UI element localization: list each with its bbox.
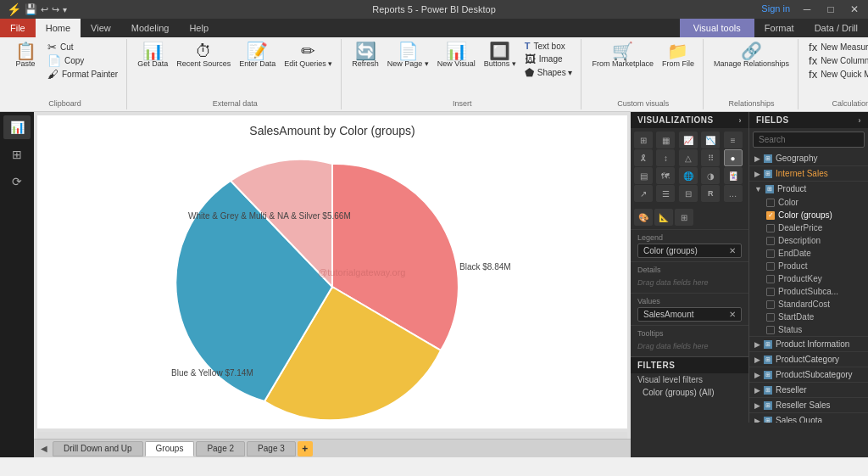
field-start-date[interactable]: StartDate (749, 311, 868, 323)
new-measure-button[interactable]: fx New Measure (805, 41, 868, 53)
enter-data-button[interactable]: 📝 Enter Data (236, 41, 279, 70)
viz-icon-pie[interactable]: ● (724, 149, 743, 166)
viz-format-icon[interactable]: 🎨 (634, 209, 653, 226)
close-btn[interactable]: ✕ (848, 3, 861, 15)
format-painter-button[interactable]: 🖌 Format Painter (44, 68, 121, 81)
viz-icon-card[interactable]: 🃏 (724, 167, 743, 184)
viz-fields-icon[interactable]: ⊞ (675, 209, 693, 226)
signin-link[interactable]: Sign in (761, 3, 790, 15)
viz-icon-table[interactable]: ⊞ (634, 132, 653, 148)
tab-drill-down[interactable]: Drill Down and Up (53, 441, 143, 456)
section-geography-header[interactable]: ▶ ⊞ Geography (749, 151, 868, 165)
status-checkbox[interactable] (766, 326, 775, 334)
field-standard-cost[interactable]: StandardCost (749, 298, 868, 311)
product-key-checkbox[interactable] (766, 275, 775, 283)
tab-home[interactable]: Home (36, 19, 81, 37)
viz-icon-treemap[interactable]: ▤ (634, 167, 653, 184)
tab-format[interactable]: Format (754, 19, 804, 37)
viz-icon-waterfall[interactable]: ↕ (656, 149, 675, 166)
copy-button[interactable]: 📄 Copy (44, 54, 121, 67)
new-page-button[interactable]: 📄 New Page ▾ (384, 41, 432, 70)
end-date-checkbox[interactable] (766, 249, 775, 258)
field-dealer-price[interactable]: DealerPrice (749, 221, 868, 234)
quick-access-more[interactable]: ▾ (63, 5, 67, 14)
refresh-button[interactable]: 🔄 Refresh (348, 41, 382, 70)
shapes-button[interactable]: ⬟ Shapes ▾ (521, 66, 576, 79)
viz-icon-funnel[interactable]: △ (679, 149, 698, 166)
viz-expand-icon[interactable]: › (739, 116, 743, 125)
left-icon-data[interactable]: ⊞ (3, 143, 31, 166)
start-date-checkbox[interactable] (766, 313, 775, 322)
minimize-btn[interactable]: ─ (800, 3, 814, 15)
viz-icon-kpi[interactable]: ↗ (634, 185, 653, 202)
dealer-price-checkbox[interactable] (766, 224, 775, 232)
color-checkbox[interactable] (766, 199, 775, 207)
section-reseller-header[interactable]: ▶ ⊞ Reseller (749, 383, 868, 397)
tab-file[interactable]: File (0, 19, 36, 37)
filter-color-groups[interactable]: Color (groups) (All) (631, 386, 748, 399)
tab-view[interactable]: View (81, 19, 121, 37)
viz-icon-line[interactable]: 📈 (679, 132, 698, 148)
values-remove-icon[interactable]: ✕ (729, 310, 736, 319)
field-color[interactable]: Color (749, 196, 868, 209)
horizontal-scrollbar[interactable] (37, 432, 627, 439)
tab-modeling[interactable]: Modeling (121, 19, 180, 37)
section-product-subcategory-header[interactable]: ▶ ⊞ ProductSubcategory (749, 367, 868, 382)
quick-access-undo[interactable]: ↩ (41, 4, 48, 15)
field-product[interactable]: Product (749, 260, 868, 272)
recent-sources-button[interactable]: ⏱ Recent Sources (173, 41, 234, 70)
buttons-button[interactable]: 🔲 Buttons ▾ (481, 41, 520, 70)
quick-access-redo[interactable]: ↪ (52, 4, 59, 15)
image-button[interactable]: 🖼 Image (521, 53, 576, 65)
viz-icon-map[interactable]: 🗺 (656, 167, 675, 184)
section-reseller-sales-header[interactable]: ▶ ⊞ Reseller Sales (749, 398, 868, 412)
new-quick-measure-button[interactable]: fx New Quick Measure (805, 68, 868, 81)
new-visual-button[interactable]: 📊 New Visual (434, 41, 479, 70)
viz-icon-gauge[interactable]: ◑ (701, 167, 720, 184)
title-bar-controls[interactable]: Sign in ─ □ ✕ (761, 3, 861, 15)
add-page-button[interactable]: + (298, 441, 313, 456)
textbox-button[interactable]: T Text box (521, 41, 576, 52)
from-file-button[interactable]: 📁 From File (659, 41, 698, 70)
cut-button[interactable]: ✂ Cut (44, 41, 121, 53)
viz-icon-r[interactable]: R (701, 185, 720, 202)
viz-icon-combo[interactable]: ≡ (724, 132, 743, 148)
field-status[interactable]: Status (749, 323, 868, 336)
tab-page2[interactable]: Page 2 (196, 441, 245, 456)
section-internet-sales-header[interactable]: ▶ ⊞ Internet Sales (749, 166, 868, 181)
standard-cost-checkbox[interactable] (766, 300, 775, 309)
viz-analytics-icon[interactable]: 📐 (654, 209, 673, 226)
from-marketplace-button[interactable]: 🛒 From Marketplace (588, 41, 657, 70)
left-icon-model[interactable]: ⟳ (3, 170, 31, 193)
field-description[interactable]: Description (749, 234, 868, 247)
legend-remove-icon[interactable]: ✕ (729, 246, 736, 255)
viz-icon-scatter[interactable]: ⠿ (701, 149, 720, 166)
section-sales-quota-header[interactable]: ▶ ⊞ Sales Quota (749, 413, 868, 423)
viz-icon-bar[interactable]: ▦ (656, 132, 675, 148)
manage-relationships-button[interactable]: 🔗 Manage Relationships (710, 41, 793, 70)
field-product-subca[interactable]: ProductSubca... (749, 285, 868, 298)
section-product-category-header[interactable]: ▶ ⊞ ProductCategory (749, 352, 868, 367)
edit-queries-button[interactable]: ✏ Edit Queries ▾ (281, 41, 336, 70)
viz-icon-more[interactable]: … (724, 185, 743, 202)
tab-page3[interactable]: Page 3 (247, 441, 296, 456)
tab-groups[interactable]: Groups (145, 441, 195, 456)
get-data-button[interactable]: 📊 Get Data (134, 41, 171, 70)
description-checkbox[interactable] (766, 237, 775, 245)
color-groups-checkbox[interactable]: ✓ (766, 211, 775, 220)
section-product-header[interactable]: ▼ ⊞ Product (749, 182, 868, 196)
viz-icon-ribbon[interactable]: 🎗 (634, 149, 653, 166)
field-product-key[interactable]: ProductKey (749, 272, 868, 285)
tab-help[interactable]: Help (179, 19, 219, 37)
field-end-date[interactable]: EndDate (749, 247, 868, 260)
product-checkbox[interactable] (766, 262, 775, 271)
maximize-btn[interactable]: □ (824, 3, 837, 15)
new-column-button[interactable]: fx New Column (805, 54, 868, 67)
viz-icon-matrix[interactable]: ⊟ (679, 185, 698, 202)
quick-access-save[interactable]: 💾 (25, 3, 37, 15)
tab-visual-tools[interactable]: Visual tools (680, 19, 754, 37)
viz-icon-filled-map[interactable]: 🌐 (679, 167, 698, 184)
product-subca-checkbox[interactable] (766, 288, 775, 296)
section-product-info-header[interactable]: ▶ ⊞ Product Information (749, 337, 868, 351)
viz-icon-slicer[interactable]: ☰ (656, 185, 675, 202)
